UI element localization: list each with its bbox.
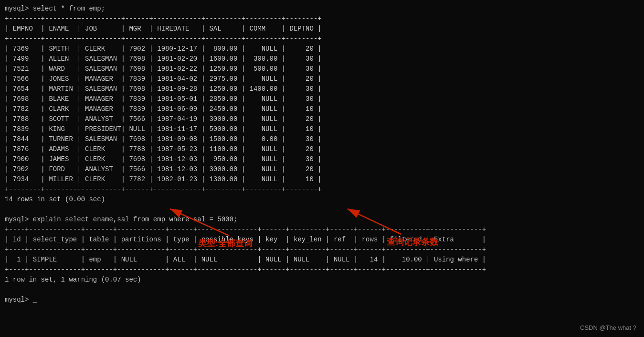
watermark: CSDN @The what ?: [580, 324, 636, 331]
terminal: mysql> select * from emp; +--------+----…: [0, 0, 644, 309]
